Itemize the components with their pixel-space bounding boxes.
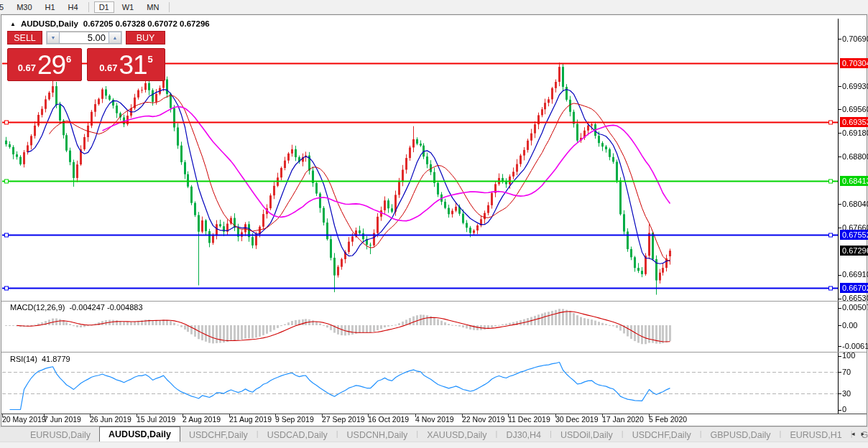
- status-strip: [0, 442, 868, 448]
- buy-price-sup: 5: [148, 54, 153, 80]
- symbol-marker-icon: ▲: [10, 21, 16, 27]
- macd-indicator-label: MACD(12,26,9) -0.004247 -0.004883: [10, 303, 143, 312]
- date-axis-label: 11 Dec 2019: [508, 415, 550, 424]
- sell-price-big: 29: [37, 49, 65, 80]
- buy-price-prefix: 0.67: [99, 62, 117, 80]
- date-axis-label: 30 Dec 2019: [555, 415, 599, 424]
- date-axis-label: 7 Jun 2019: [44, 415, 81, 424]
- price-axis-tick: 0.66530: [842, 294, 868, 303]
- chart-tab-eurusd-daily[interactable]: EURUSD,Daily: [22, 429, 99, 442]
- level-price-label: 0.69353: [840, 117, 868, 127]
- tab-scroll-right-icon[interactable]: ▸: [861, 430, 864, 437]
- chart-symbol: AUDUSD,Daily: [21, 19, 78, 28]
- date-axis-label: 27 Sep 2019: [322, 415, 365, 424]
- mt4-terminal: 5M30H1H4D1W1MN ▲ AUDUSD,Daily 0.67205 0.…: [0, 0, 868, 448]
- volume-input[interactable]: 5.00: [60, 32, 108, 44]
- chart-tab-usdchf-daily[interactable]: USDCHF,Daily: [624, 429, 700, 442]
- level-price-label: 0.66702: [840, 283, 868, 293]
- sell-button[interactable]: SELL: [7, 31, 42, 45]
- chart-title: ▲ AUDUSD,Daily 0.67205 0.67328 0.67072 0…: [10, 19, 210, 28]
- chart-tab-gbpusd-daily[interactable]: GBPUSD,Daily: [702, 429, 780, 442]
- buy-button[interactable]: BUY: [126, 31, 165, 45]
- chart-tab-usdcnh-daily[interactable]: USDCNH,Daily: [338, 429, 417, 442]
- current-price-label: 0.67296: [840, 246, 868, 256]
- macd-axis-label: 0.005076: [842, 303, 868, 312]
- tab-scroll-left-icon[interactable]: ◂: [851, 430, 855, 437]
- price-axis-tick: 0.70690: [842, 34, 868, 44]
- date-axis-label: 9 Sep 2019: [275, 415, 314, 424]
- date-axis-label: 21 Aug 2019: [229, 415, 272, 424]
- sell-price-prefix: 0.67: [18, 62, 36, 80]
- price-axis-tick: 0.69180: [842, 129, 868, 138]
- volume-decrease-icon[interactable]: ▼: [47, 32, 60, 44]
- level-price-label: 0.67552: [840, 230, 868, 240]
- chart-tab-usdchf-daily[interactable]: USDCHF,Daily: [180, 429, 257, 442]
- rsi-axis-label: 70: [842, 368, 851, 377]
- chart-tab-bar: EURUSD,DailyAUDUSD,DailyUSDCHF,Daily|USD…: [0, 426, 868, 442]
- volume-increase-icon[interactable]: ▲: [108, 32, 121, 44]
- volume-stepper: ▼ 5.00 ▲: [46, 31, 122, 45]
- macd-axis-label: 0.00: [842, 321, 857, 330]
- date-axis-label: 15 Jul 2019: [137, 415, 175, 424]
- chart-tab-audusd-daily[interactable]: AUDUSD,Daily: [99, 426, 180, 442]
- date-axis-label: 17 Jan 2020: [602, 415, 644, 424]
- price-axis-tick: 0.69560: [842, 105, 868, 114]
- date-axis-label: 26 Jun 2019: [90, 415, 131, 424]
- sell-price-display[interactable]: 0.67 29 6: [7, 48, 82, 81]
- level-price-label: 0.68413: [840, 176, 868, 186]
- buy-price-display[interactable]: 0.67 31 5: [87, 48, 165, 81]
- date-axis-label: 4 Nov 2019: [415, 415, 454, 424]
- date-axis-label: 20 May 2019: [2, 415, 46, 424]
- rsi-axis-label: 0: [842, 405, 846, 414]
- date-axis-label: 2 Aug 2019: [183, 415, 221, 424]
- one-click-trading-panel: SELL ▼ 5.00 ▲ BUY 0.67 29 6 0.67 31 5: [7, 31, 165, 81]
- macd-title: MACD(12,26,9): [10, 303, 65, 312]
- rsi-indicator-label: RSI(14) 41.8779: [10, 355, 70, 363]
- tab-scroll-arrows: ◂ ▸: [851, 430, 864, 437]
- price-axis-tick: 0.68800: [842, 152, 868, 162]
- buy-price-big: 31: [119, 49, 147, 80]
- level-price-label: 0.70304: [840, 58, 868, 68]
- price-axis-tick: 0.69930: [842, 82, 868, 91]
- rsi-title: RSI(14): [10, 355, 37, 363]
- rsi-axis-label: 30: [842, 389, 851, 398]
- chart-tab-usdoil-daily[interactable]: USDOil,Daily: [552, 429, 622, 442]
- rsi-value: 41.8779: [42, 355, 70, 363]
- chart-tab-usdcad-daily[interactable]: USDCAD,Daily: [259, 429, 336, 442]
- macd-axis-label: -0.006148: [842, 342, 868, 351]
- chart-tab-xauusd-daily[interactable]: XAUUSD,Daily: [418, 429, 495, 442]
- price-axis-tick: 0.66910: [842, 270, 868, 279]
- price-axis-tick: 0.68040: [842, 200, 868, 209]
- rsi-axis-label: 100: [842, 351, 855, 360]
- macd-values: -0.004247 -0.004883: [69, 303, 142, 312]
- date-axis-label: 22 Nov 2019: [462, 415, 505, 424]
- chart-tab-eurusd-h1[interactable]: EURUSD,H1: [781, 429, 850, 442]
- chart-ohlc: 0.67205 0.67328 0.67072 0.67296: [83, 19, 210, 28]
- chart-tab-dj30-h4[interactable]: DJ30,H4: [497, 429, 550, 442]
- date-axis-label: 16 Oct 2019: [368, 415, 409, 424]
- date-axis-label: 5 Feb 2020: [649, 415, 687, 424]
- sell-price-sup: 6: [66, 54, 71, 80]
